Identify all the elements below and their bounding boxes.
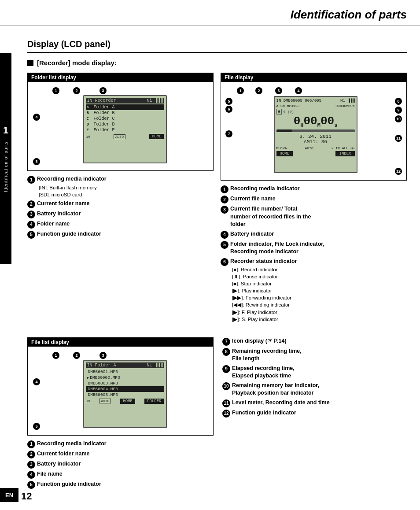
fl-desc-5: 5 Function guide indicator bbox=[27, 480, 214, 489]
callout-1-folder: 1 bbox=[52, 87, 59, 94]
callout-3-folder: 3 bbox=[99, 87, 107, 94]
folder-row-c: C Folder C bbox=[86, 116, 164, 122]
fl-callout-1: 1 bbox=[52, 352, 59, 359]
file-lcd-secondbar: A Cm MP3128 00H30M00s bbox=[276, 104, 355, 108]
file-lcd-topbar: IN DMB50005 005/005 Ni ▐▐▐ bbox=[276, 99, 355, 103]
folder-media-icon: IN Recorder bbox=[87, 98, 116, 103]
fl-callout-3: 3 bbox=[99, 352, 107, 359]
fl-bottombar: μM AUTO HOME FOLDER bbox=[86, 399, 164, 404]
file-display-box: File display 1 2 3 4 5 6 7 8 9 10 bbox=[221, 73, 407, 181]
file-list-diagram: 1 2 3 4 5 IN Folder A Ni ▐▐▐ bbox=[31, 351, 210, 432]
file-list-section: File list display 1 2 3 4 5 IN Folder A … bbox=[27, 337, 214, 491]
fd-callout-1: 1 bbox=[237, 87, 244, 94]
folder-row-a: A Folder A bbox=[86, 104, 164, 110]
fl-row-1: DMB50001.MP3 bbox=[86, 369, 164, 375]
fd-callout-2: 2 bbox=[255, 87, 262, 94]
fd-extra-descs: 7 Icon display (☞ P.14) 8 Remaining reco… bbox=[222, 337, 407, 418]
fd-desc-10: 10 Remaining memory bar indicator,Playba… bbox=[222, 382, 407, 397]
fl-row-4: DMB50004.MP3 bbox=[86, 386, 164, 392]
fd-desc-12: 12 Function guide indicator bbox=[222, 409, 407, 418]
fd-callout-12: 12 bbox=[395, 168, 402, 175]
divider bbox=[27, 331, 407, 331]
callout-2-folder: 2 bbox=[73, 87, 80, 94]
folder-desc-3: 3 Battery indicator bbox=[27, 210, 214, 218]
file-date-time: 3. 24. 2011AM11: 36 bbox=[276, 134, 355, 144]
file-list-content: 1 2 3 4 5 IN Folder A Ni ▐▐▐ bbox=[28, 347, 213, 435]
folder-row-d: D Folder D bbox=[86, 122, 164, 127]
record-status-icon: ■ bbox=[276, 109, 282, 115]
fd-desc-1: 1 Recording media indicator bbox=[221, 185, 407, 193]
fl-row-2: ▶ DMB50002.MP3 bbox=[86, 375, 164, 381]
folder-row-e: E Folder E bbox=[86, 127, 164, 133]
file-list-lcd: IN Folder A Ni ▐▐▐ DMB50001.MP3 ▶ DMB500… bbox=[83, 360, 167, 428]
file-lcd-diagram: 1 2 3 4 5 6 7 8 9 10 11 12 bbox=[225, 86, 403, 177]
folder-list-content: 1 2 3 4 5 IN Recorder Ni ▐▐▐ bbox=[28, 82, 213, 170]
fd-callout-10: 10 bbox=[395, 115, 402, 122]
black-square-icon bbox=[27, 60, 33, 66]
fl-callout-4: 4 bbox=[33, 378, 40, 385]
file-display-section: File display 1 2 3 4 5 6 7 8 9 10 bbox=[221, 73, 407, 325]
fl-callout-2: 2 bbox=[73, 352, 80, 359]
folder-list-header: Folder list display bbox=[28, 73, 213, 82]
fd-desc-11: 11 Level meter, Recording date and time bbox=[222, 399, 407, 407]
callout-4-folder: 4 bbox=[33, 114, 40, 121]
folder-lcd-topbar: IN Recorder Ni ▐▐▐ bbox=[86, 98, 164, 103]
callout-5-folder: 5 bbox=[33, 158, 40, 165]
progress-bar bbox=[276, 129, 355, 132]
fd-callout-5: 5 bbox=[225, 98, 232, 105]
fl-desc-3: 3 Battery indicator bbox=[27, 460, 214, 469]
fd-callout-4: 4 bbox=[295, 87, 302, 94]
fl-desc-1: 1 Recording media indicator bbox=[27, 440, 214, 448]
fd-desc-2: 2 Current file name bbox=[221, 195, 407, 203]
fd-desc-4: 4 Battery indicator bbox=[221, 230, 407, 239]
folder-list-section: Folder list display 1 2 3 4 5 IN Recorde… bbox=[27, 73, 214, 325]
fd-callout-9: 9 bbox=[395, 107, 402, 114]
fl-row-5: DMB50005.MP3 bbox=[86, 392, 164, 398]
fd-desc-6: 6 Recorder status indicator [●]: Record … bbox=[221, 258, 407, 323]
folder-lcd-screen: IN Recorder Ni ▐▐▐ A Folder A B Folder B bbox=[83, 95, 167, 163]
file-display-continued-descriptions: 7 Icon display (☞ P.14) 8 Remaining reco… bbox=[221, 337, 407, 491]
display-columns: Folder list display 1 2 3 4 5 IN Recorde… bbox=[27, 73, 407, 325]
fl-topbar: IN Folder A Ni ▐▐▐ bbox=[86, 362, 164, 368]
lang-badge: EN bbox=[0, 488, 18, 502]
folder-row-b: B Folder B bbox=[86, 110, 164, 116]
folder-desc-2: 2 Current folder name bbox=[27, 200, 214, 208]
file-display-header: File display bbox=[221, 73, 406, 82]
folder-batt-icon: Ni ▐▐▐ bbox=[147, 98, 162, 103]
fd-desc-9: 9 Elapsed recording time,Elapsed playbac… bbox=[222, 365, 407, 380]
page-header: Identification of parts bbox=[0, 0, 420, 26]
file-lcd-bottombar: HOME INDEX bbox=[276, 151, 355, 156]
fd-desc-8: 8 Remaining recording time,File length bbox=[222, 347, 407, 363]
file-list-descriptions: 1 Recording media indicator 2 Current fo… bbox=[27, 440, 214, 489]
sidebar-tab: 1 Identification of parts bbox=[0, 53, 11, 264]
file-display-descriptions: 1 Recording media indicator 2 Current fi… bbox=[221, 185, 407, 323]
fl-row-3: DMB50003.MP3 bbox=[86, 381, 164, 386]
file-big-time: 0H00M00s bbox=[276, 115, 355, 128]
chapter-number: 1 bbox=[3, 125, 8, 136]
fd-desc-7: 7 Icon display (☞ P.14) bbox=[222, 337, 407, 346]
folder-list-box: Folder list display 1 2 3 4 5 IN Recorde… bbox=[27, 73, 214, 171]
folder-desc-4: 4 Folder name bbox=[27, 220, 214, 229]
fd-desc-5: 5 Folder indicator, File Lock indicator,… bbox=[221, 240, 407, 256]
fl-desc-2: 2 Current folder name bbox=[27, 450, 214, 458]
section-title: Display (LCD panel) bbox=[27, 39, 407, 53]
file-list-box: File list display 1 2 3 4 5 IN Folder A … bbox=[27, 337, 214, 436]
fd-callout-3: 3 bbox=[275, 87, 282, 94]
mode-label: [Recorder] mode display: bbox=[27, 59, 407, 67]
fl-callout-5: 5 bbox=[33, 423, 40, 430]
file-display-content: 1 2 3 4 5 6 7 8 9 10 11 12 bbox=[221, 82, 406, 180]
sidebar-label: Identification of parts bbox=[4, 141, 8, 192]
folder-desc-1: 1 Recording media indicator [IN]: Built-… bbox=[27, 175, 214, 198]
folder-desc-5: 5 Function guide indicator bbox=[27, 230, 214, 239]
fd-callout-6: 6 bbox=[225, 106, 232, 113]
fl-desc-4: 4 File name bbox=[27, 470, 214, 479]
file-list-header: File list display bbox=[28, 338, 213, 347]
page-title: Identification of parts bbox=[13, 8, 407, 22]
folder-list-descriptions: 1 Recording media indicator [IN]: Built-… bbox=[27, 175, 214, 239]
folder-lcd-bottombar: μM AUTO HOME bbox=[86, 134, 164, 139]
folder-lcd-diagram: 1 2 3 4 5 IN Recorder Ni ▐▐▐ bbox=[31, 86, 210, 167]
page-number: 12 bbox=[21, 491, 32, 502]
fd-callout-8: 8 bbox=[395, 98, 402, 105]
fd-desc-3: 3 Current file number/ Totalnumber of re… bbox=[221, 205, 407, 229]
file-lcd-screen: IN DMB50005 005/005 Ni ▐▐▐ A Cm MP3128 0… bbox=[274, 96, 357, 173]
